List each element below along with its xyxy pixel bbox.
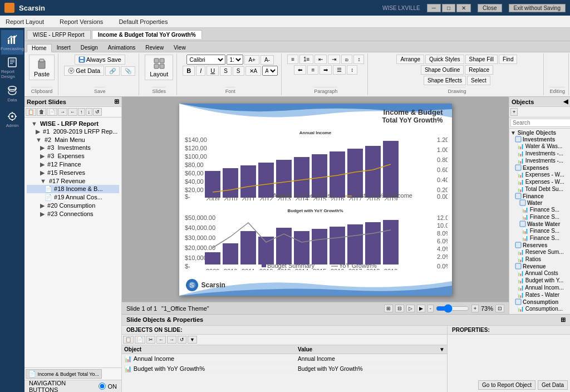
arrange-button[interactable]: Arrange: [396, 55, 424, 64]
find-button[interactable]: Find: [499, 55, 517, 64]
obj-finance-s-2[interactable]: 📊 Finance S...: [519, 213, 569, 220]
get-data-bottom-btn[interactable]: Get Data: [538, 380, 568, 390]
menu-default-properties[interactable]: Default Properties: [115, 17, 171, 26]
ribbon-tab-review[interactable]: Review: [140, 43, 169, 52]
exit-without-saving-button[interactable]: Exit without Saving: [509, 4, 566, 12]
zoom-out-btn[interactable]: -: [428, 305, 434, 312]
obj-consumption[interactable]: 📊 Consumption...: [515, 305, 569, 312]
panel-fwd-btn[interactable]: →: [167, 336, 176, 344]
fit-window-btn[interactable]: ⊡: [495, 305, 504, 312]
sidebar-icon-data[interactable]: Data: [1, 81, 23, 106]
obj-expenses-2[interactable]: 📊 Expenses - W...: [515, 178, 569, 185]
obj-ratios[interactable]: 📊 Ratios: [515, 256, 569, 263]
font-color-select[interactable]: A: [262, 66, 278, 76]
indent-more-button[interactable]: ⇥: [328, 55, 340, 64]
panel-back-btn[interactable]: ←: [156, 336, 166, 344]
tree-item-finance[interactable]: ▶ #12 Finance: [27, 160, 119, 169]
ribbon-tab-design[interactable]: Design: [76, 43, 103, 52]
nav-up-btn[interactable]: ↑: [78, 108, 85, 116]
align-center-button[interactable]: ≡: [307, 65, 318, 75]
font-size-select[interactable]: 11: [227, 55, 243, 65]
increase-font-button[interactable]: A+: [244, 55, 259, 65]
waste-water-section[interactable]: Waste Water: [519, 220, 569, 227]
panel-filter-btn[interactable]: ▼: [188, 336, 197, 344]
tree-item-1[interactable]: ▶ #1 2009-2019 LRFP Rep...: [27, 128, 119, 136]
obj-budget-with[interactable]: 📊 Budget with Y...: [515, 277, 569, 284]
tree-item-root[interactable]: ▼ WISE - LRFP Report: [27, 120, 119, 128]
revenue-section[interactable]: Revenue: [515, 263, 569, 270]
col-filter-icon[interactable]: ▼: [437, 345, 447, 354]
view-slideshow-btn[interactable]: ▶: [417, 305, 425, 312]
underline-button[interactable]: U: [207, 66, 219, 76]
menu-report-versions[interactable]: Report Versions: [56, 17, 106, 26]
obj-investments-1[interactable]: 📊 Investments -...: [515, 150, 569, 157]
tree-item-main-menu[interactable]: ▼ #2 Main Menu: [27, 136, 119, 144]
bullets-button[interactable]: ≡: [287, 55, 298, 64]
obj-annual-costs[interactable]: 📊 Annual Costs: [515, 270, 569, 277]
consumption-section[interactable]: Consumption: [515, 298, 569, 305]
extra-button[interactable]: 📎: [121, 66, 135, 76]
nav-delete-btn[interactable]: 🗑: [37, 108, 46, 116]
italic-button[interactable]: I: [196, 66, 205, 76]
panel-paste-btn[interactable]: 📄: [135, 336, 145, 344]
always-save-button[interactable]: Always Save: [75, 55, 125, 65]
tree-item-reserves[interactable]: ▶ #15 Reserves: [27, 169, 119, 177]
water-section[interactable]: Water: [519, 199, 569, 206]
nav-outdent-btn[interactable]: ←: [68, 108, 77, 116]
replace-button[interactable]: Replace: [465, 65, 493, 75]
nav-on-radio[interactable]: [99, 383, 106, 390]
align-left-button[interactable]: ⬅: [294, 65, 306, 75]
zoom-slider[interactable]: [436, 304, 469, 313]
tab-wise-lrfp[interactable]: WISE - LRFP Report: [27, 30, 91, 39]
tree-item-investments[interactable]: ▶ #3 Investments: [27, 144, 119, 152]
select-button[interactable]: Select: [467, 76, 490, 85]
nav-copy-btn[interactable]: 📋: [26, 108, 36, 116]
menu-report-layout[interactable]: Report Layout: [2, 17, 47, 26]
obj-water-was[interactable]: 📊 Water & Was...: [515, 143, 569, 150]
quick-styles-button[interactable]: Quick Styles: [425, 55, 464, 64]
restore-button[interactable]: □: [442, 4, 455, 12]
obj-annual-incom[interactable]: 📊 Annual Incom...: [515, 284, 569, 291]
shape-effects-button[interactable]: Shape Effects: [424, 76, 466, 85]
ribbon-tab-view[interactable]: View: [169, 43, 191, 52]
obj-finance-s-4[interactable]: 📊 Finance S...: [519, 234, 569, 242]
paste-button[interactable]: Paste: [29, 55, 55, 80]
nav-indent-btn[interactable]: →: [58, 108, 67, 116]
panel-cut-btn[interactable]: ✂: [146, 336, 155, 344]
tree-item-annual-cost[interactable]: 📄 #19 Annual Cos...: [27, 193, 119, 202]
font-family-select[interactable]: Calibri: [186, 55, 225, 65]
align-justify-button[interactable]: ☰: [333, 65, 346, 75]
objects-add-btn[interactable]: +: [510, 108, 518, 116]
nav-down-btn[interactable]: ↓: [86, 108, 93, 116]
investments-section[interactable]: Investments: [515, 136, 569, 143]
finance-section[interactable]: Finance: [515, 193, 569, 199]
line-spacing-button[interactable]: ↕: [347, 65, 357, 75]
tree-item-connections[interactable]: ▶ #23 Connections: [27, 210, 119, 218]
tree-item-income-budget[interactable]: 📄 #18 Income & B...: [27, 185, 119, 193]
nav-add-btn[interactable]: 📄: [47, 108, 57, 116]
obj-expenses-1[interactable]: 📊 Expenses - W...: [515, 171, 569, 178]
table-row[interactable]: 📊 Budget with YoY Growth% Budget with Yo…: [122, 364, 447, 374]
tree-item-expenses[interactable]: ▶ #3 Expenses: [27, 152, 119, 160]
zoom-in-btn[interactable]: +: [471, 305, 479, 312]
clear-format-button[interactable]: ✕A: [245, 66, 262, 76]
expenses-section[interactable]: Expenses: [515, 164, 569, 171]
shadow-button[interactable]: S: [233, 66, 244, 76]
sidebar-icon-report-design[interactable]: Report Design: [1, 56, 23, 80]
single-objects-section[interactable]: ▼ Single Objects: [510, 130, 569, 136]
tab-income-budget[interactable]: Income & Budget Total YoY Growth%: [92, 30, 202, 39]
obj-finance-s-1[interactable]: 📊 Finance S...: [519, 206, 569, 213]
obj-total-debt[interactable]: 📊 Total Debt Su...: [515, 185, 569, 193]
table-row[interactable]: 📊 Annual Income Annual Income: [122, 354, 447, 364]
window-close-button[interactable]: ✕: [456, 4, 471, 12]
view-reading-btn[interactable]: ▷: [406, 305, 415, 312]
go-to-report-object-btn[interactable]: Go to Report Object: [478, 380, 535, 390]
numbering-button[interactable]: 1≡: [299, 55, 313, 64]
obj-rates-water[interactable]: 📊 Rates - Water: [515, 291, 569, 298]
slide-thumb-income[interactable]: 📄 Income & Budget Total Yo...: [26, 369, 102, 379]
view-slide-sorter-btn[interactable]: ⊟: [395, 305, 404, 312]
tree-item-revenue[interactable]: ▼ #17 Revenue: [27, 177, 119, 185]
obj-investments-2[interactable]: 📊 Investments -...: [515, 157, 569, 164]
columns-button[interactable]: ⎄: [341, 55, 352, 64]
ribbon-tab-insert[interactable]: Insert: [52, 43, 76, 52]
